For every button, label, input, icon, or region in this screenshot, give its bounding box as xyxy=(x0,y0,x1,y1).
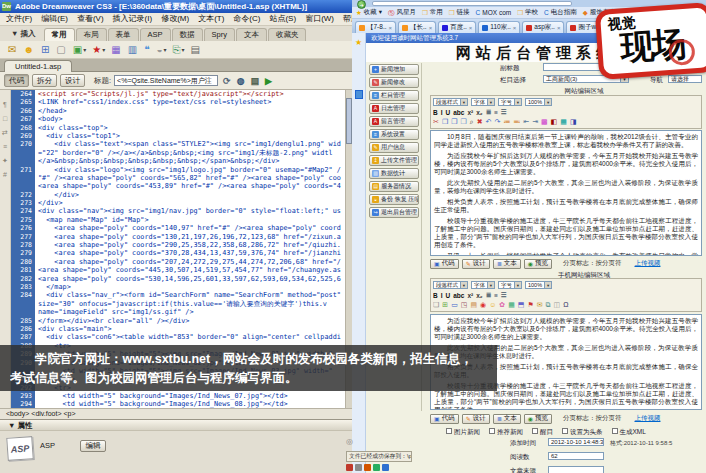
format-button[interactable]: I xyxy=(441,292,443,299)
format-button[interactable]: I xyxy=(441,109,443,116)
editor-tool-icon[interactable]: ▦ xyxy=(508,301,515,309)
dw-toolbar-icon[interactable]: ▥ xyxy=(128,45,138,55)
editor-tool-icon[interactable]: ⬒ xyxy=(518,301,525,309)
admin-sidebar-button[interactable]: A 留言管理 xyxy=(369,116,419,127)
admin-sidebar-button[interactable]: ↥ 上传文件管理 xyxy=(369,155,419,166)
dw-toolbar-icon[interactable]: ⎘▾ xyxy=(173,45,185,55)
editor-tool-icon[interactable]: ◳ xyxy=(461,301,468,309)
editor-tool-icon[interactable]: ✿ xyxy=(499,301,505,309)
favorites-item[interactable]: ❒ 学校 xyxy=(517,8,538,17)
format-button[interactable]: ☰ xyxy=(501,291,507,299)
dw-menu-item[interactable]: 站点(S) xyxy=(269,13,296,25)
dw-insert-tab[interactable]: ▼ 插入 xyxy=(4,28,43,41)
checkbox-icon[interactable] xyxy=(489,428,495,434)
format-button[interactable]: ≣ xyxy=(486,108,491,116)
format-button[interactable]: B xyxy=(433,109,438,116)
editor-tool-icon[interactable]: ⚑ xyxy=(527,301,533,309)
tab-close-icon[interactable]: × xyxy=(389,25,393,31)
doc-toolbar-icon[interactable]: ⟳ xyxy=(223,76,231,86)
editor-tool-icon[interactable]: ⇤ xyxy=(523,118,529,126)
browser-tab[interactable]: 【长.. × xyxy=(398,21,436,33)
dw-titlebar[interactable]: Dw Adobe Dreamweaver CS3 - [E:\360data\重… xyxy=(0,0,352,13)
tray-icon[interactable] xyxy=(355,464,362,471)
address-bar[interactable] xyxy=(372,1,572,6)
option-checkbox[interactable]: 图片新闻 xyxy=(446,428,480,437)
coding-toolbar-icon[interactable]: ⇄ xyxy=(0,126,10,140)
format-button[interactable]: U xyxy=(446,292,451,299)
editor-tool-icon[interactable]: ↶ xyxy=(486,118,492,126)
code-view-button[interactable]: 代码 xyxy=(4,74,29,87)
editor-view-button[interactable]: ≣文本 xyxy=(493,414,521,424)
tray-icon[interactable] xyxy=(373,464,380,471)
format-button[interactable]: B xyxy=(433,292,438,299)
editor-tool-icon[interactable]: ❒ xyxy=(460,118,466,126)
dw-insert-tab[interactable]: 文本 xyxy=(236,28,267,41)
tray-icon[interactable] xyxy=(382,464,389,471)
favorites-item[interactable]: C MOX com xyxy=(476,9,512,16)
editor-tool-icon[interactable]: ▭ xyxy=(451,301,458,309)
favorites-item[interactable]: C 电台指南 xyxy=(544,8,577,17)
editor-tool-icon[interactable]: ▦ xyxy=(560,118,567,126)
editor-select[interactable]: 字体▾ xyxy=(471,98,495,106)
split-view-button[interactable]: 拆分 xyxy=(32,74,57,87)
design-view-button[interactable]: 设计 xyxy=(60,74,85,87)
dw-toolbar-icon[interactable]: ❝ xyxy=(144,45,150,55)
favorites-item[interactable]: ❒ 常用 xyxy=(422,8,443,17)
admin-sidebar-button[interactable]: ◒ 备份 恢复 压缩 xyxy=(369,194,419,205)
admin-sidebar-button[interactable]: + 新闻增加 xyxy=(369,64,419,75)
editor-tool-icon[interactable]: ❐ xyxy=(442,118,448,126)
dw-toolbar-icon[interactable]: ▣▾ xyxy=(73,45,86,55)
tray-icon[interactable] xyxy=(364,464,371,471)
doc-title-input[interactable]: <%=Qsite.SiteName%>用户注 xyxy=(114,75,218,86)
dw-insert-tab[interactable]: 收藏夹 xyxy=(268,28,307,41)
checkbox-icon[interactable] xyxy=(562,428,568,434)
dw-insert-tab[interactable]: 数据 xyxy=(172,28,203,41)
editor-tool-icon[interactable]: ✂ xyxy=(433,118,439,126)
history-panel-icon[interactable] xyxy=(355,90,363,99)
admin-sidebar-button[interactable]: ≡ 系统设置 xyxy=(369,129,419,140)
editor-tool-icon[interactable]: ⊞ xyxy=(442,301,448,309)
back-button-icon[interactable]: ➜ xyxy=(357,0,366,9)
dw-toolbar-icon[interactable]: ✉ xyxy=(8,45,17,55)
option-checkbox[interactable]: 设置为头条 xyxy=(562,428,603,437)
editor-tool-icon[interactable]: ◫ xyxy=(554,301,561,309)
editor-select[interactable]: 段落样式▾ xyxy=(433,98,468,106)
admin-sidebar-button[interactable]: ✎ 用户信息 xyxy=(369,142,419,153)
dw-toolbar-icon[interactable]: ▦ xyxy=(111,45,121,55)
editor-select[interactable]: 段落样式▾ xyxy=(433,281,468,289)
format-button[interactable]: x₂ xyxy=(476,109,483,116)
favorites-item[interactable]: ★ 收藏 ▾ xyxy=(356,8,382,17)
format-button[interactable]: ≡ xyxy=(494,292,498,299)
dw-menu-item[interactable]: 命令(C) xyxy=(233,13,260,25)
editor-tool-icon[interactable]: ⧉ xyxy=(546,301,551,309)
dw-toolbar-icon[interactable]: ★▾ xyxy=(92,45,105,55)
editor-tool-icon[interactable]: ☺ xyxy=(489,301,496,309)
option-checkbox[interactable]: 推荐新闻 xyxy=(489,428,523,437)
editor-tool-icon[interactable]: ▤ xyxy=(470,301,477,309)
dw-insert-tab[interactable]: 布局 xyxy=(76,28,107,41)
source-input[interactable] xyxy=(548,466,604,473)
editor-tool-icon[interactable]: ⌕ xyxy=(470,118,474,126)
dw-insert-tab[interactable]: Spry xyxy=(204,28,235,41)
tab-close-icon[interactable]: × xyxy=(513,25,517,31)
dw-menu-item[interactable]: 修改(M) xyxy=(161,13,189,25)
format-button[interactable]: x² xyxy=(467,292,473,299)
admin-sidebar-button[interactable]: ▤ 服务器情况 xyxy=(369,181,419,192)
format-button[interactable]: ☰ xyxy=(501,108,507,116)
checkbox-icon[interactable] xyxy=(532,428,538,434)
editor-tool-icon[interactable]: ✉ xyxy=(537,301,543,309)
editor-tool-icon[interactable]: ⇥ xyxy=(532,118,538,126)
format-button[interactable]: x² xyxy=(467,109,473,116)
admin-sidebar-button[interactable]: ✎ 新闻修改 xyxy=(369,77,419,88)
format-button[interactable]: ≣ xyxy=(486,291,491,299)
web-editor-content[interactable]: 10月8日，随着国庆假日结束后第一节上课铃声的敲响，我校2012级会计、主管专业… xyxy=(430,130,702,256)
admin-sidebar-button[interactable]: ≡ 栏目管理 xyxy=(369,90,419,101)
checkbox-icon[interactable] xyxy=(612,428,618,434)
editor-view-button[interactable]: ✎设计 xyxy=(462,414,490,424)
coding-toolbar-icon[interactable]: ¶ xyxy=(0,98,10,112)
properties-header[interactable]: ▼ 属性 xyxy=(0,420,352,431)
browser-tab[interactable]: 【7-8.. × xyxy=(355,21,396,33)
admin-sidebar-button[interactable]: ↪ 退出后台管理 xyxy=(369,207,419,218)
editor-tool-icon[interactable]: ❒ xyxy=(451,118,457,126)
dw-toolbar-icon[interactable]: ▢ xyxy=(56,45,66,55)
